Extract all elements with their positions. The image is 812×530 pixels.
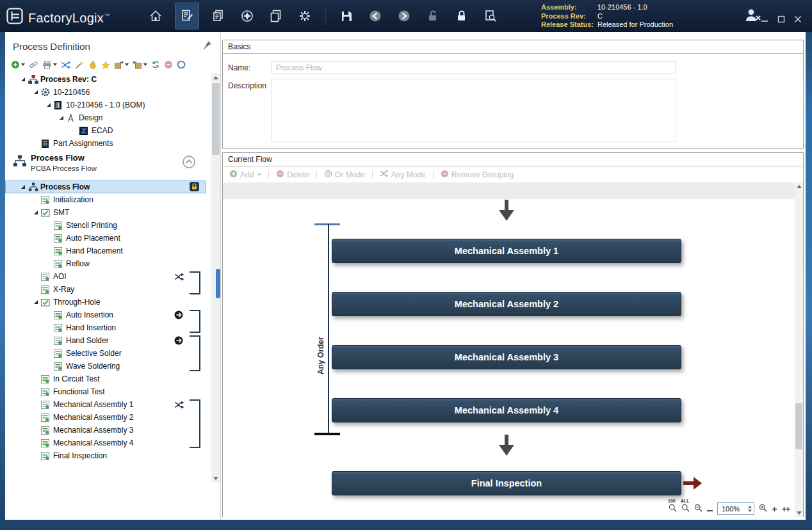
unlock-button[interactable]	[423, 5, 443, 27]
toolbar-label: Any Mode	[391, 170, 426, 179]
tree-item-stencil-printing[interactable]: Stencil Printing	[5, 219, 206, 232]
expander-icon[interactable]	[31, 300, 41, 304]
description-input[interactable]	[272, 79, 676, 141]
tree-item-selective-solder[interactable]: Selective Solder	[5, 347, 206, 360]
expander-icon[interactable]	[56, 116, 67, 120]
current-flow-header: Current Flow	[223, 153, 803, 166]
star-button[interactable]	[101, 59, 111, 70]
scroll-up-button[interactable]	[211, 73, 220, 82]
tree-item-auto-insertion[interactable]: Auto Insertion	[5, 309, 206, 321]
settings-button[interactable]	[295, 5, 314, 27]
back-button[interactable]	[366, 5, 385, 27]
zoom-plus-button[interactable]	[772, 503, 777, 515]
tree-item-mechanical-assembly-4[interactable]: Mechanical Assembly 4	[5, 437, 206, 449]
zoom-fit-all-button[interactable]: ALL	[681, 503, 690, 515]
link-button[interactable]	[28, 59, 39, 70]
tree-item-10-210456-1-0-bom[interactable]: 10-210456 - 1.0 (BOM)	[5, 99, 206, 111]
flow-icon	[28, 182, 38, 191]
add-button[interactable]	[10, 59, 26, 70]
sync-button[interactable]	[150, 59, 161, 70]
minimize-button[interactable]	[761, 15, 768, 23]
tree-item-hand-insertion[interactable]: Hand Insertion	[5, 321, 206, 334]
flow-step-box[interactable]: Mechanical Assembly 3	[332, 345, 681, 369]
scrollbar-thumb[interactable]	[795, 403, 802, 449]
expander-icon[interactable]	[31, 90, 41, 94]
documents-button[interactable]	[266, 5, 286, 27]
flow-step-box[interactable]: Mechanical Assembly 4	[332, 398, 681, 422]
flow-designer-canvas[interactable]: Any Order Mechanical Assembly 1Mechanica…	[223, 182, 803, 517]
panel-splitter-grip[interactable]	[216, 269, 220, 298]
print-button[interactable]	[42, 59, 58, 70]
process-definition-button[interactable]	[175, 3, 199, 29]
tree-item-10-210456[interactable]: 10-210456	[5, 86, 206, 99]
find-document-button[interactable]	[481, 5, 500, 27]
scan-wand-button[interactable]	[74, 59, 85, 70]
canvas-scrollbar[interactable]	[795, 182, 803, 517]
zoom-all-label: ALL	[681, 499, 690, 503]
tree-item-aoi[interactable]: AOI	[5, 270, 206, 283]
tree-item-final-inspection[interactable]: Final Inspection	[5, 449, 206, 462]
promote-button[interactable]	[182, 155, 196, 169]
arrow-down-icon	[213, 477, 218, 480]
expander-icon[interactable]	[44, 103, 54, 107]
pin-icon[interactable]	[202, 40, 213, 50]
close-button[interactable]	[794, 15, 802, 23]
scroll-down-button[interactable]	[211, 474, 220, 483]
save-button[interactable]	[337, 5, 356, 27]
tree-item-in-circuit-test[interactable]: In Circuit Test	[5, 373, 206, 385]
tree-item-x-ray[interactable]: X-Ray	[5, 283, 206, 296]
tree-item-initialization[interactable]: Initialization	[5, 193, 206, 206]
expander-icon[interactable]	[31, 211, 41, 214]
zoom-100-button[interactable]: 100	[669, 503, 677, 515]
tree-item-mechanical-assembly-3[interactable]: Mechanical Assembly 3	[5, 424, 206, 437]
sheet-icon	[54, 337, 64, 345]
navigator-button[interactable]	[238, 5, 257, 27]
shuffle-button[interactable]	[60, 59, 72, 70]
tree-item-mechanical-assembly-2[interactable]: Mechanical Assembly 2	[5, 411, 206, 424]
tree-item-design[interactable]: Design	[5, 111, 206, 124]
process-name-input[interactable]	[272, 61, 676, 74]
scroll-down-button[interactable]	[795, 509, 803, 517]
tree-item-through-hole[interactable]: Through-Hole	[5, 296, 206, 309]
scroll-up-button[interactable]	[795, 182, 803, 191]
zoom-decrease-button[interactable]	[707, 510, 713, 511]
scrollbar-thumb[interactable]	[212, 83, 220, 155]
user-logout-button[interactable]	[744, 8, 762, 23]
tree-item-mechanical-assembly-1[interactable]: Mechanical Assembly 1	[5, 398, 206, 411]
forward-button[interactable]	[394, 5, 414, 27]
expander-icon[interactable]	[18, 77, 28, 81]
tree-item-wave-soldering[interactable]: Wave Soldering	[5, 360, 206, 373]
tree-item-process-rev-c[interactable]: Process Rev: C	[5, 73, 206, 86]
tree-item-smt[interactable]: SMT	[5, 206, 206, 219]
flow-step-box[interactable]: Mechanical Assembly 1	[332, 239, 681, 263]
tree-item-hand-placement[interactable]: Hand Placement	[5, 245, 206, 257]
maximize-button[interactable]	[777, 15, 785, 23]
zoom-out-button[interactable]	[694, 503, 702, 515]
magnifier-plus-icon	[759, 503, 767, 515]
tree-item-label: Process Flow	[40, 182, 90, 191]
remove-button[interactable]	[163, 59, 174, 70]
tree-item-hand-solder[interactable]: Hand Solder	[5, 334, 206, 347]
spinner-buttons[interactable]	[748, 506, 752, 512]
expander-icon[interactable]	[18, 185, 28, 189]
flow-step-box-final[interactable]: Final Inspection	[332, 471, 681, 495]
ink-drop-button[interactable]	[88, 59, 98, 70]
lock-button[interactable]	[452, 5, 471, 27]
traveler-button[interactable]	[209, 5, 228, 27]
tree-item-label: Through-Hole	[53, 298, 100, 307]
import-button[interactable]	[132, 59, 148, 70]
zoom-in-button[interactable]	[759, 503, 767, 515]
magnifier-icon	[669, 503, 677, 515]
tree-item-functional-test[interactable]: Functional Test	[5, 385, 206, 398]
export-button[interactable]	[113, 59, 129, 70]
zoom-plus-plus-button[interactable]	[782, 503, 790, 515]
home-button[interactable]	[146, 5, 165, 27]
tree-item-auto-placement[interactable]: Auto Placement	[5, 232, 206, 245]
tree-item-reflow[interactable]: Reflow	[5, 257, 206, 270]
or-mode-button[interactable]	[176, 59, 186, 70]
flow-step-box[interactable]: Mechanical Assembly 2	[332, 292, 681, 316]
tree-item-part-assignments[interactable]: Part Assignments	[5, 137, 206, 150]
zoom-percent-spinner[interactable]: 100%	[717, 502, 754, 515]
tree-item-ecad[interactable]: ECAD	[5, 124, 206, 137]
tree-item-process-flow[interactable]: Process Flow	[5, 181, 206, 193]
